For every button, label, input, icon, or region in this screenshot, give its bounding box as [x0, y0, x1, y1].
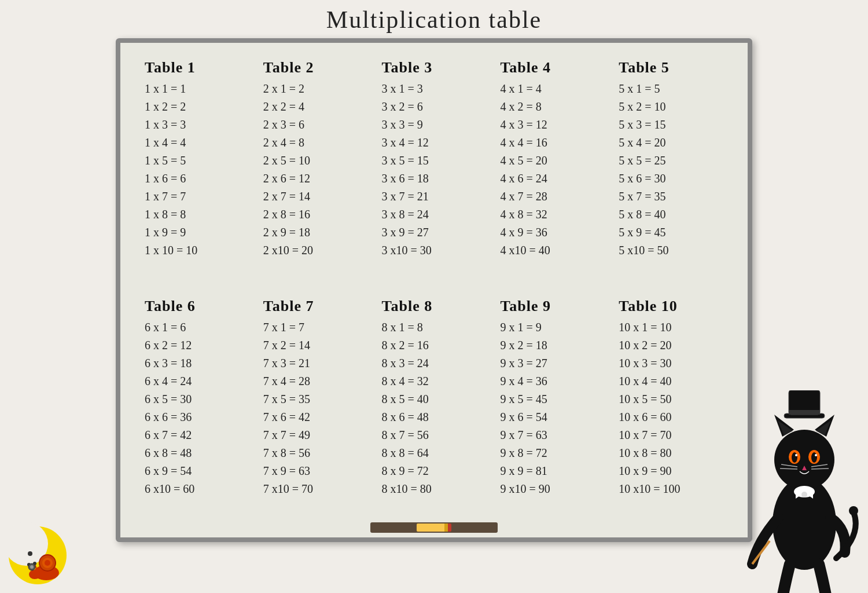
table-9-row-8: 9 x 8 = 72 [500, 444, 605, 462]
table-9-row-3: 9 x 3 = 27 [500, 354, 605, 372]
table-section-1: Table 11 x 1 = 11 x 2 = 21 x 3 = 31 x 4 … [138, 54, 256, 264]
table-8-row-8: 8 x 8 = 64 [382, 444, 487, 462]
table-9-row-5: 9 x 5 = 45 [500, 390, 605, 408]
table-10-row-4: 10 x 4 = 40 [619, 372, 723, 390]
table-2-row-3: 2 x 3 = 6 [263, 116, 368, 134]
table-5-row-1: 5 x 1 = 5 [619, 80, 723, 98]
table-3-row-2: 3 x 2 = 6 [382, 98, 487, 116]
table-3-row-10: 3 x10 = 30 [382, 241, 487, 259]
table-3-row-7: 3 x 7 = 21 [382, 188, 487, 206]
table-8-row-9: 8 x 9 = 72 [382, 462, 487, 480]
table-1-row-3: 1 x 3 = 3 [145, 116, 249, 134]
table-title-4: Table 4 [500, 59, 605, 76]
table-title-2: Table 2 [263, 59, 368, 76]
tables-bottom: Table 66 x 1 = 66 x 2 = 126 x 3 = 186 x … [138, 293, 730, 503]
table-10-row-3: 10 x 3 = 30 [619, 354, 723, 372]
table-title-5: Table 5 [619, 59, 723, 76]
table-5-row-7: 5 x 7 = 35 [619, 188, 723, 206]
table-4-row-3: 4 x 3 = 12 [500, 116, 605, 134]
table-10-row-5: 10 x 5 = 50 [619, 390, 723, 408]
table-8-row-2: 8 x 2 = 16 [382, 336, 487, 354]
table-6-row-2: 6 x 2 = 12 [145, 336, 249, 354]
table-4-row-8: 4 x 8 = 32 [500, 206, 605, 224]
table-7-row-8: 7 x 8 = 56 [263, 444, 368, 462]
table-7-row-1: 7 x 1 = 7 [263, 319, 368, 336]
svg-point-11 [28, 551, 32, 556]
table-8-row-6: 8 x 6 = 48 [382, 408, 487, 426]
table-2-row-10: 2 x10 = 20 [263, 241, 368, 259]
table-5-row-8: 5 x 8 = 40 [619, 206, 723, 224]
table-title-1: Table 1 [145, 59, 249, 76]
table-title-9: Table 9 [500, 298, 605, 315]
table-1-row-2: 1 x 2 = 2 [145, 98, 249, 116]
table-9-row-9: 9 x 9 = 81 [500, 462, 605, 480]
table-title-10: Table 10 [619, 298, 723, 315]
table-6-row-9: 6 x 9 = 54 [145, 462, 249, 480]
table-3-row-9: 3 x 9 = 27 [382, 224, 487, 241]
table-8-row-10: 8 x10 = 80 [382, 480, 487, 498]
table-5-row-2: 5 x 2 = 10 [619, 98, 723, 116]
svg-line-35 [780, 468, 797, 469]
table-8-row-1: 8 x 1 = 8 [382, 319, 487, 336]
table-section-3: Table 33 x 1 = 33 x 2 = 63 x 3 = 93 x 4 … [375, 54, 494, 264]
table-7-row-7: 7 x 7 = 49 [263, 426, 368, 444]
table-9-row-2: 9 x 2 = 18 [500, 336, 605, 354]
table-10-row-10: 10 x10 = 100 [619, 480, 723, 498]
svg-point-31 [795, 454, 797, 456]
table-5-row-5: 5 x 5 = 25 [619, 152, 723, 170]
table-4-row-5: 4 x 5 = 20 [500, 152, 605, 170]
table-8-row-3: 8 x 3 = 24 [382, 354, 487, 372]
table-6-row-1: 6 x 1 = 6 [145, 319, 249, 336]
table-9-row-1: 9 x 1 = 9 [500, 319, 605, 336]
svg-point-13 [30, 565, 34, 569]
table-1-row-6: 1 x 6 = 6 [145, 170, 249, 188]
section-divider [138, 264, 730, 293]
table-2-row-4: 2 x 4 = 8 [263, 134, 368, 152]
table-3-row-4: 3 x 4 = 12 [382, 134, 487, 152]
svg-point-32 [815, 454, 817, 456]
table-6-row-5: 6 x 5 = 30 [145, 390, 249, 408]
table-1-row-9: 1 x 9 = 9 [145, 224, 249, 241]
svg-point-6 [29, 570, 41, 579]
table-4-row-1: 4 x 1 = 4 [500, 80, 605, 98]
table-2-row-2: 2 x 2 = 4 [263, 98, 368, 116]
svg-point-29 [792, 452, 797, 463]
table-section-5: Table 55 x 1 = 55 x 2 = 105 x 3 = 155 x … [612, 54, 730, 264]
table-3-row-5: 3 x 5 = 15 [382, 152, 487, 170]
table-10-row-7: 10 x 7 = 70 [619, 426, 723, 444]
table-section-6: Table 66 x 1 = 66 x 2 = 126 x 3 = 186 x … [138, 293, 256, 503]
table-7-row-5: 7 x 5 = 35 [263, 390, 368, 408]
table-1-row-7: 1 x 7 = 7 [145, 188, 249, 206]
table-section-7: Table 77 x 1 = 77 x 2 = 147 x 3 = 217 x … [256, 293, 375, 503]
table-3-row-6: 3 x 6 = 18 [382, 170, 487, 188]
table-3-row-8: 3 x 8 = 24 [382, 206, 487, 224]
blackboard: Table 11 x 1 = 11 x 2 = 21 x 3 = 31 x 4 … [116, 38, 752, 542]
page-title: Multiplication table [326, 6, 542, 34]
table-4-row-10: 4 x10 = 40 [500, 241, 605, 259]
page-wrapper: Multiplication table Table 11 x 1 = 11 x… [0, 0, 868, 593]
table-4-row-7: 4 x 7 = 28 [500, 188, 605, 206]
table-section-9: Table 99 x 1 = 99 x 2 = 189 x 3 = 279 x … [493, 293, 612, 503]
table-6-row-3: 6 x 3 = 18 [145, 354, 249, 372]
table-8-row-4: 8 x 4 = 32 [382, 372, 487, 390]
table-7-row-10: 7 x10 = 70 [263, 480, 368, 498]
table-section-8: Table 88 x 1 = 88 x 2 = 168 x 3 = 248 x … [375, 293, 494, 503]
table-6-row-7: 6 x 7 = 42 [145, 426, 249, 444]
table-1-row-10: 1 x 10 = 10 [145, 241, 249, 259]
table-2-row-6: 2 x 6 = 12 [263, 170, 368, 188]
table-2-row-1: 2 x 1 = 2 [263, 80, 368, 98]
table-8-row-5: 8 x 5 = 40 [382, 390, 487, 408]
table-7-row-6: 7 x 6 = 42 [263, 408, 368, 426]
table-9-row-10: 9 x10 = 90 [500, 480, 605, 498]
table-2-row-8: 2 x 8 = 16 [263, 206, 368, 224]
svg-point-30 [811, 452, 817, 463]
table-section-4: Table 44 x 1 = 44 x 2 = 84 x 3 = 124 x 4… [493, 54, 612, 264]
cat-character [746, 390, 862, 593]
table-section-2: Table 22 x 1 = 22 x 2 = 42 x 3 = 62 x 4 … [256, 54, 375, 264]
table-7-row-3: 7 x 3 = 21 [263, 354, 368, 372]
table-7-row-9: 7 x 9 = 63 [263, 462, 368, 480]
table-9-row-7: 9 x 7 = 63 [500, 426, 605, 444]
table-title-3: Table 3 [382, 59, 487, 76]
svg-point-15 [774, 430, 834, 490]
table-2-row-7: 2 x 7 = 14 [263, 188, 368, 206]
